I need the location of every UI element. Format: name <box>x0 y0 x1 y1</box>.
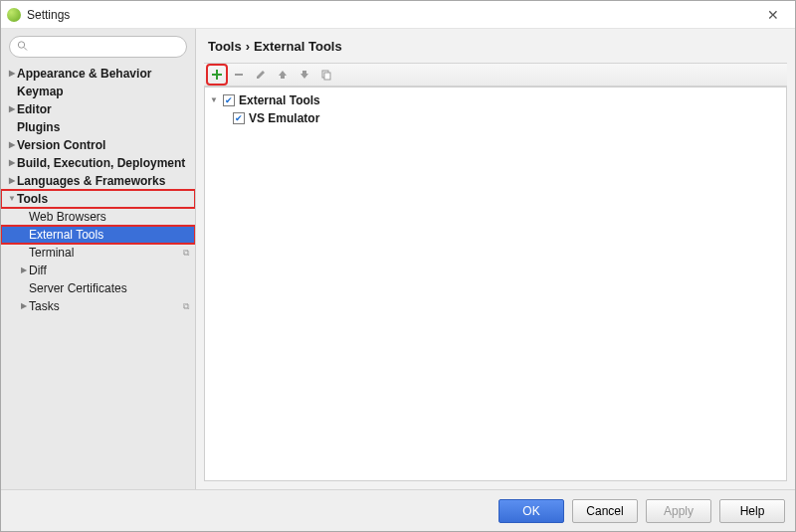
down-icon[interactable] <box>296 66 313 84</box>
sidebar-item-server-certificates[interactable]: Server Certificates <box>1 279 195 297</box>
search-icon <box>17 41 28 54</box>
titlebar: Settings ✕ <box>1 1 795 29</box>
breadcrumb-sep: › <box>246 39 250 54</box>
svg-point-0 <box>18 42 24 48</box>
svg-line-1 <box>24 48 27 51</box>
chevron-right-icon: ▶ <box>7 177 17 185</box>
content: Tools › External Tools ▼Externa <box>196 29 795 489</box>
tool-checkbox[interactable] <box>233 112 245 124</box>
search-box[interactable] <box>9 36 187 58</box>
sidebar-item-external-tools[interactable]: External Tools <box>1 226 195 244</box>
tools-group-row[interactable]: ▼External Tools <box>209 91 782 109</box>
search-wrap <box>1 29 195 63</box>
help-button[interactable]: Help <box>719 499 785 523</box>
sidebar-item-languages-frameworks[interactable]: ▶Languages & Frameworks <box>1 172 195 190</box>
sidebar-item-editor[interactable]: ▶Editor <box>1 100 195 118</box>
sidebar-item-label: Diff <box>29 264 47 277</box>
add-icon[interactable] <box>208 66 226 84</box>
settings-tree[interactable]: ▶Appearance & BehaviorKeymap▶EditorPlugi… <box>1 63 195 489</box>
copy-icon[interactable] <box>317 66 335 84</box>
sidebar-item-label: External Tools <box>29 228 103 242</box>
project-badge-icon: ⧉ <box>183 248 189 259</box>
external-tools-list[interactable]: ▼External ToolsVS Emulator <box>204 87 787 481</box>
project-badge-icon: ⧉ <box>183 301 189 312</box>
app-icon <box>7 8 21 22</box>
sidebar-item-label: Appearance & Behavior <box>17 67 151 81</box>
search-input[interactable] <box>32 37 178 57</box>
sidebar-item-label: Editor <box>17 102 52 116</box>
footer: OK Cancel Apply Help <box>1 489 795 531</box>
up-icon[interactable] <box>274 66 292 84</box>
chevron-right-icon: ▶ <box>19 266 29 274</box>
breadcrumb-leaf: External Tools <box>254 39 342 54</box>
sidebar-item-label: Server Certificates <box>29 281 127 295</box>
tool-label: VS Emulator <box>249 111 319 125</box>
chevron-right-icon: ▶ <box>7 141 17 149</box>
sidebar-item-terminal[interactable]: Terminal⧉ <box>1 244 195 262</box>
sidebar-item-tools[interactable]: ▼Tools <box>1 190 195 208</box>
window-title: Settings <box>27 8 757 22</box>
close-button[interactable]: ✕ <box>757 1 789 28</box>
sidebar-item-label: Tools <box>17 192 48 206</box>
sidebar-item-label: Build, Execution, Deployment <box>17 156 185 170</box>
toolbar <box>204 63 787 87</box>
sidebar-item-label: Terminal <box>29 246 74 260</box>
chevron-right-icon: ▶ <box>7 105 17 113</box>
chevron-right-icon: ▶ <box>19 302 29 310</box>
sidebar-item-label: Version Control <box>17 138 105 152</box>
sidebar-item-diff[interactable]: ▶Diff <box>1 262 195 279</box>
cancel-button[interactable]: Cancel <box>572 499 638 523</box>
sidebar-item-web-browsers[interactable]: Web Browsers <box>1 208 195 226</box>
chevron-right-icon: ▶ <box>7 159 17 167</box>
sidebar-item-version-control[interactable]: ▶Version Control <box>1 136 195 154</box>
chevron-right-icon: ▶ <box>7 70 17 78</box>
sidebar-item-build-execution-deployment[interactable]: ▶Build, Execution, Deployment <box>1 154 195 172</box>
sidebar-item-label: Tasks <box>29 299 60 313</box>
chevron-down-icon: ▼ <box>209 96 219 104</box>
group-checkbox[interactable] <box>223 94 235 106</box>
tool-row[interactable]: VS Emulator <box>209 109 782 127</box>
remove-icon[interactable] <box>230 66 248 84</box>
sidebar-item-keymap[interactable]: Keymap <box>1 83 195 100</box>
breadcrumb-root: Tools <box>208 39 242 54</box>
sidebar-item-label: Web Browsers <box>29 210 106 224</box>
sidebar-item-appearance-behavior[interactable]: ▶Appearance & Behavior <box>1 65 195 83</box>
edit-icon[interactable] <box>252 66 270 84</box>
svg-rect-6 <box>324 73 330 80</box>
breadcrumb: Tools › External Tools <box>196 29 795 63</box>
sidebar-item-plugins[interactable]: Plugins <box>1 118 195 136</box>
sidebar-item-label: Keymap <box>17 85 64 98</box>
main: ▶Appearance & BehaviorKeymap▶EditorPlugi… <box>1 29 795 489</box>
group-label: External Tools <box>239 93 320 107</box>
chevron-down-icon: ▼ <box>7 195 17 203</box>
ok-button[interactable]: OK <box>498 499 564 523</box>
sidebar: ▶Appearance & BehaviorKeymap▶EditorPlugi… <box>1 29 196 489</box>
sidebar-item-label: Plugins <box>17 120 60 134</box>
sidebar-item-tasks[interactable]: ▶Tasks⧉ <box>1 297 195 315</box>
sidebar-item-label: Languages & Frameworks <box>17 174 165 188</box>
apply-button[interactable]: Apply <box>646 499 711 523</box>
